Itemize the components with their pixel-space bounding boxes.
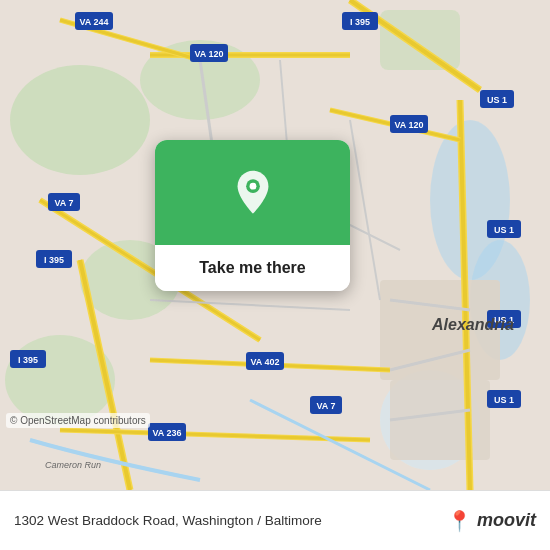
svg-text:VA 236: VA 236 xyxy=(152,428,181,438)
location-popup: Take me there xyxy=(155,140,350,291)
svg-text:US 1: US 1 xyxy=(487,95,507,105)
svg-text:US 1: US 1 xyxy=(494,225,514,235)
take-me-there-button[interactable]: Take me there xyxy=(155,245,350,291)
svg-rect-5 xyxy=(380,10,460,70)
svg-text:VA 120: VA 120 xyxy=(194,49,223,59)
svg-text:VA 244: VA 244 xyxy=(79,17,108,27)
svg-text:US 1: US 1 xyxy=(494,395,514,405)
svg-text:I 395: I 395 xyxy=(350,17,370,27)
svg-text:I 395: I 395 xyxy=(18,355,38,365)
svg-point-69 xyxy=(249,182,256,189)
address-label: 1302 West Braddock Road, Washington / Ba… xyxy=(14,513,322,528)
bottom-bar: 1302 West Braddock Road, Washington / Ba… xyxy=(0,490,550,550)
svg-text:I 395: I 395 xyxy=(44,255,64,265)
location-pin-icon xyxy=(229,169,277,217)
map-container: I 395 VA 244 VA 120 US 1 VA 120 VA 7 I 3… xyxy=(0,0,550,490)
moovit-brand-text: moovit xyxy=(477,510,536,531)
map-copyright: © OpenStreetMap contributors xyxy=(6,413,150,428)
svg-text:Alexandria: Alexandria xyxy=(431,316,514,333)
svg-point-1 xyxy=(10,65,150,175)
moovit-logo: 📍 moovit xyxy=(447,509,536,533)
svg-text:Cameron Run: Cameron Run xyxy=(45,460,101,470)
svg-text:VA 7: VA 7 xyxy=(316,401,335,411)
popup-green-header xyxy=(155,140,350,245)
svg-text:VA 120: VA 120 xyxy=(394,120,423,130)
moovit-pin-icon: 📍 xyxy=(447,509,472,533)
svg-text:VA 402: VA 402 xyxy=(250,357,279,367)
svg-rect-10 xyxy=(390,380,490,460)
svg-text:VA 7: VA 7 xyxy=(54,198,73,208)
